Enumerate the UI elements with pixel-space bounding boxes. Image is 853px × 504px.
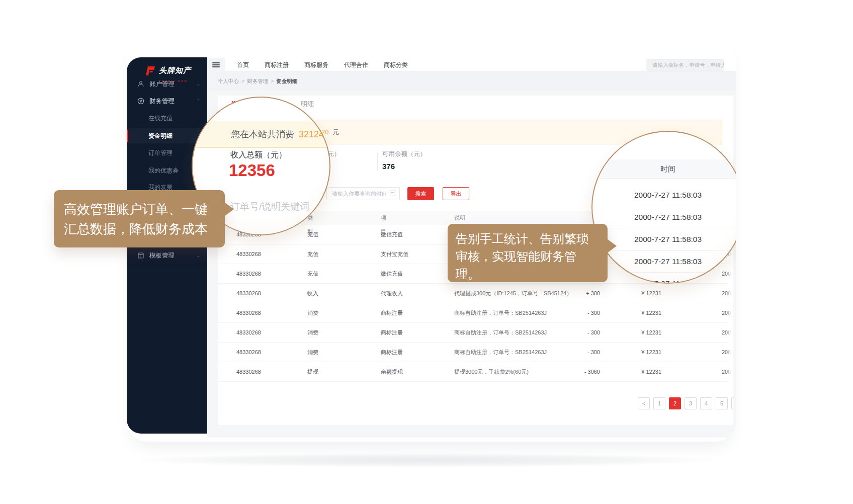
- cell-time: 2000-7-27 11:58:03: [722, 284, 733, 303]
- tooltip-right: 告别手工统计、告别繁琐审核，实现智能财务管理。: [448, 224, 608, 282]
- sidebar-item-label: 财务管理: [149, 97, 175, 106]
- sidebar-item-template[interactable]: 模板管理 ⌄: [127, 248, 207, 263]
- cell-amount: - 300: [540, 303, 600, 323]
- hamburger-menu-button[interactable]: [207, 58, 225, 72]
- breadcrumb-item: 资金明细: [276, 78, 297, 84]
- tab-secondary[interactable]: 明细: [301, 100, 314, 109]
- pagination: <12345>: [218, 397, 733, 409]
- template-icon: [137, 252, 144, 259]
- cell-order-no: 48330268: [236, 264, 261, 284]
- cell-desc: 商标自助注册，订单号：SB2514263J: [454, 303, 547, 323]
- chevron-down-icon: ⌄: [196, 81, 200, 87]
- cell-balance: ¥ 12231: [606, 362, 661, 382]
- stat-balance-value: 376: [382, 162, 426, 171]
- cell-project: 商标注册: [381, 343, 403, 362]
- cell-project: 商标注册: [381, 323, 403, 343]
- cell-project: 商标注册: [381, 303, 403, 323]
- user-icon: [137, 80, 144, 88]
- cell-time: 2000-7-27 11:58:03: [722, 264, 733, 284]
- pagination-page-1[interactable]: 1: [653, 397, 665, 409]
- sidebar-subitem-资金明细[interactable]: 资金明细: [127, 128, 207, 143]
- table-row[interactable]: 48330268消费商标注册商标自助注册，订单号：SB2514263J- 300…: [218, 323, 733, 343]
- nav-item-商标分类[interactable]: 商标分类: [384, 61, 408, 69]
- stat-balance-label: 可用余额（元）: [382, 150, 426, 158]
- page-background: 头牌知产 TOUPAI.COM 账户管理 ⌄ 财务管理 ⌃ 在线充值资金明细订单…: [0, 0, 853, 504]
- calendar-icon[interactable]: [390, 191, 395, 196]
- cell-project: 余额提现: [381, 362, 403, 382]
- cell-balance: ¥ 12231: [606, 343, 661, 362]
- nav-item-商标服务[interactable]: 商标服务: [304, 61, 328, 69]
- cell-type: 收入: [307, 284, 318, 303]
- tooltip-left: 高效管理账户订单、一键汇总数据，降低财务成本: [54, 190, 225, 247]
- sidebar-item-finance[interactable]: 财务管理 ⌃: [127, 94, 207, 109]
- pagination-page-4[interactable]: 4: [700, 397, 712, 409]
- cell-amount: - 3060: [540, 362, 600, 382]
- finance-icon: [137, 98, 144, 105]
- trademark-search-input[interactable]: [646, 59, 724, 71]
- table-row[interactable]: 48330268消费商标注册商标自助注册，订单号：SB2514263J- 300…: [218, 303, 733, 323]
- nav-item-首页[interactable]: 首页: [237, 61, 249, 69]
- pagination-next-button[interactable]: >: [731, 397, 733, 409]
- cell-order-no: 48330268: [236, 343, 261, 362]
- cell-type: 充值: [307, 264, 318, 284]
- table-row[interactable]: 48330268提现余额提现提现3000元，手续费2%(60元)- 3060¥ …: [218, 362, 733, 382]
- cell-balance: ¥ 12231: [606, 284, 661, 303]
- cell-order-no: 48330268: [236, 362, 261, 382]
- top-navbar: 首页商标注册商标服务代理合作商标分类: [207, 58, 736, 72]
- sidebar-subitem-在线充值[interactable]: 在线充值: [127, 111, 207, 126]
- cell-type: 充值: [307, 244, 318, 264]
- cell-project: 代理收入: [381, 284, 403, 303]
- cell-project: 微信充值: [381, 264, 403, 284]
- magnified-time-row: 2000-7-27 11:58:03: [592, 184, 736, 206]
- cell-desc: 提现3000元，手续费2%(60元): [454, 362, 529, 382]
- breadcrumb-separator: >: [271, 78, 274, 84]
- magnified-income-value: 12356: [229, 161, 275, 180]
- cell-balance: ¥ 12231: [606, 303, 661, 323]
- pagination-page-3[interactable]: 3: [685, 397, 697, 409]
- breadcrumb-separator: >: [241, 78, 244, 84]
- table-row[interactable]: 48330268收入代理收入代理提成300元（ID:1245，订单号：SB451…: [218, 284, 733, 303]
- laptop-base-shadow: [29, 451, 824, 470]
- brand-logo-icon: [145, 65, 156, 76]
- nav-item-代理合作[interactable]: 代理合作: [344, 61, 368, 69]
- breadcrumb: 个人中心>财务管理>资金明细: [218, 72, 297, 91]
- cell-type: 充值: [307, 225, 318, 244]
- magnified-income-label: 收入总额（元）: [230, 150, 287, 160]
- cell-time: 2000-7-27 11:58:03: [722, 303, 733, 323]
- cell-order-no: 48330268: [236, 284, 261, 303]
- cell-type: 消费: [307, 303, 318, 323]
- cell-time: 2000-7-27 11:58:03: [722, 323, 733, 343]
- pagination-prev-button[interactable]: <: [638, 397, 650, 409]
- cell-type: 提现: [307, 362, 318, 382]
- sidebar-item-account[interactable]: 账户管理 ⌄: [127, 76, 207, 92]
- main-nav: 首页商标注册商标服务代理合作商标分类: [237, 58, 408, 72]
- sidebar-item-label: 账户管理: [149, 80, 175, 89]
- cell-amount: - 300: [540, 343, 600, 362]
- nav-item-商标注册[interactable]: 商标注册: [265, 61, 289, 69]
- magnified-input-placeholder: 订单号/说明关键词: [230, 200, 309, 213]
- table-row[interactable]: 48330268消费商标注册商标自助注册，订单号：SB2514263J- 300…: [218, 343, 733, 362]
- cell-order-no: 48330268: [236, 244, 261, 264]
- time-filter-input[interactable]: [326, 187, 400, 200]
- cell-type: 消费: [307, 323, 318, 343]
- magnifier-right: 时间 2000-7-27 11:58:032000-7-27 11:58:032…: [591, 131, 736, 284]
- col-desc: 说明: [454, 211, 465, 225]
- stat-balance: 可用余额（元） 376: [382, 150, 426, 171]
- active-indicator-bar: [127, 130, 128, 142]
- col-project[interactable]: 项目: [381, 211, 386, 225]
- search-button[interactable]: 搜索: [407, 187, 434, 200]
- magnified-time-row: 2000-7-27 11:58:03: [592, 206, 736, 228]
- pagination-page-2[interactable]: 2: [669, 397, 681, 409]
- breadcrumb-item[interactable]: 个人中心: [218, 78, 239, 84]
- banner-suffix: 元: [332, 128, 339, 136]
- export-button[interactable]: 导出: [443, 187, 469, 200]
- cell-amount: + 300: [540, 284, 600, 303]
- breadcrumb-bar: 个人中心>财务管理>资金明细: [207, 72, 736, 91]
- chevron-up-icon: ⌃: [196, 99, 200, 104]
- cell-type: 消费: [307, 343, 318, 362]
- breadcrumb-item[interactable]: 财务管理: [247, 78, 268, 84]
- cell-balance: ¥ 12231: [606, 323, 661, 343]
- pagination-page-5[interactable]: 5: [716, 397, 728, 409]
- chevron-down-icon: ⌄: [196, 253, 200, 258]
- cell-desc: 商标自助注册，订单号：SB2514263J: [454, 323, 547, 343]
